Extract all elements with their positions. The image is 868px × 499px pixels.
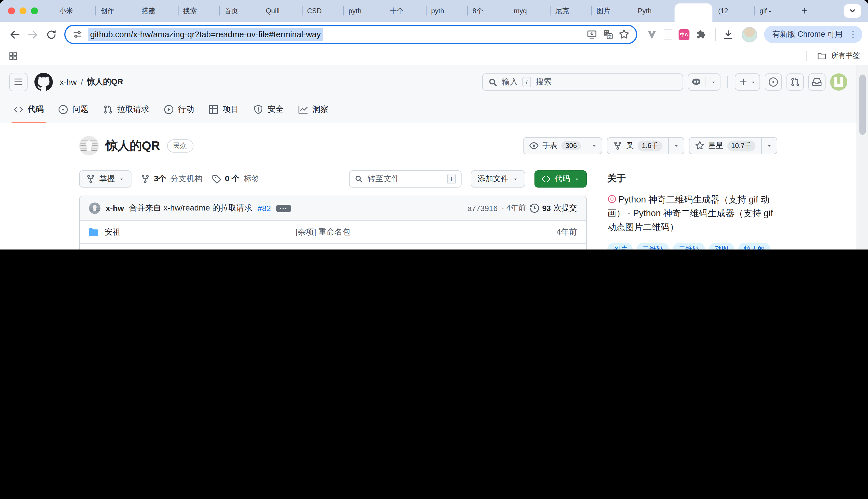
- issues-dashboard-button[interactable]: [765, 73, 782, 90]
- commit-message[interactable]: 合并来自 x-hw/readme 的拉取请求: [129, 203, 252, 214]
- browser-tab[interactable]: 图片: [591, 0, 633, 22]
- back-button[interactable]: [6, 26, 23, 43]
- browser-tab[interactable]: 尼克: [550, 0, 591, 22]
- commit-expand-button[interactable]: ···: [276, 205, 291, 212]
- pull-requests-dashboard-button[interactable]: [786, 73, 804, 90]
- folder-icon: [817, 51, 827, 61]
- breadcrumb-repo[interactable]: 惊人的QR: [87, 77, 123, 87]
- vue-devtools-extension-icon[interactable]: [646, 29, 657, 40]
- commit-author-avatar[interactable]: [89, 203, 100, 214]
- repo-action-button[interactable]: 星星 10.7千: [689, 137, 777, 154]
- translate-extension-icon[interactable]: 中A: [679, 29, 689, 40]
- commit-sha[interactable]: a773916: [467, 204, 497, 212]
- commit-author[interactable]: x-hw: [106, 204, 124, 213]
- repo-nav-tab[interactable]: 问题: [52, 96, 95, 123]
- repo-action-button[interactable]: 手表 306: [523, 137, 602, 154]
- repo-owner-avatar[interactable]: [79, 136, 99, 156]
- repo-action-button[interactable]: 叉 1.6千: [607, 137, 684, 154]
- all-bookmarks-button[interactable]: 所有书签: [806, 51, 860, 61]
- tags-link[interactable]: 0 个 标签: [212, 174, 260, 184]
- close-window-button[interactable]: [8, 8, 15, 14]
- global-nav-menu-button[interactable]: [9, 73, 27, 91]
- file-commit-message[interactable]: [杂项] 重命名包: [296, 227, 524, 237]
- nav-tab-icon: [103, 105, 112, 114]
- install-app-icon[interactable]: [587, 29, 597, 39]
- browser-tab[interactable]: 十个: [385, 0, 426, 22]
- topic-pill[interactable]: 图片: [607, 243, 633, 250]
- code-download-button[interactable]: 代码: [534, 170, 587, 187]
- tab-search-button[interactable]: [844, 4, 861, 18]
- inbox-button[interactable]: [808, 73, 825, 90]
- profile-avatar[interactable]: [742, 27, 757, 42]
- browser-tab[interactable]: 搭建: [136, 0, 178, 22]
- repo-nav-tab[interactable]: 安全: [247, 96, 290, 123]
- repo-nav-tab[interactable]: 拉取请求: [96, 96, 156, 123]
- chevron-down-icon[interactable]: [711, 79, 716, 85]
- repo-nav-tab[interactable]: 代码: [7, 96, 50, 123]
- repo-nav-tab[interactable]: 行动: [157, 96, 201, 123]
- minimize-window-button[interactable]: [20, 8, 26, 14]
- action-dropdown[interactable]: [761, 138, 777, 154]
- browser-tab[interactable]: Pyth: [633, 0, 674, 22]
- apps-grid-icon[interactable]: [8, 51, 19, 61]
- go-to-file-input[interactable]: 转至文件 t: [349, 170, 462, 187]
- browser-tab[interactable]: 小米: [54, 0, 95, 22]
- file-name-cell[interactable]: 安祖: [89, 227, 296, 237]
- zoom-window-button[interactable]: [31, 8, 38, 14]
- browser-tab[interactable]: 创作: [95, 0, 136, 22]
- repo-nav-tab[interactable]: 项目: [202, 96, 246, 123]
- downloads-button[interactable]: [720, 26, 737, 43]
- browser-tab[interactable]: gif -: [754, 0, 796, 22]
- browser-tab[interactable]: (12: [713, 0, 754, 22]
- branches-link[interactable]: 3个 分支机构: [141, 174, 203, 184]
- repo-nav-tab[interactable]: 洞察: [292, 96, 335, 123]
- topic-pill[interactable]: 二维码: [673, 243, 705, 250]
- action-count: 10.7千: [727, 140, 756, 151]
- search-icon: [489, 78, 497, 86]
- scrollbar-thumb[interactable]: [859, 75, 866, 135]
- file-row[interactable]: 安祖 [杂项] 重命名包 4年前: [80, 220, 586, 243]
- extensions-puzzle-icon[interactable]: [696, 29, 707, 40]
- site-settings-icon[interactable]: [72, 29, 83, 39]
- topic-pill[interactable]: 惊人的: [738, 243, 770, 250]
- new-tab-button[interactable]: +: [796, 0, 813, 22]
- browser-tab[interactable]: myq: [509, 0, 550, 22]
- file-row[interactable]: 例子 [chg] 更新自述文件 4年前: [80, 243, 586, 250]
- action-dropdown[interactable]: [668, 138, 683, 154]
- address-bar[interactable]: github.com/x-hw/amazing-qr?tab=readme-ov…: [64, 25, 637, 44]
- commit-pr-link[interactable]: #82: [258, 204, 271, 213]
- history-icon: [530, 204, 539, 213]
- browser-tab[interactable]: 首页: [219, 0, 261, 22]
- url-text[interactable]: github.com/x-hw/amazing-qr?tab=readme-ov…: [88, 28, 323, 41]
- user-avatar[interactable]: [830, 73, 847, 90]
- commit-history-link[interactable]: 93 次提交: [530, 203, 577, 214]
- page-scrollbar[interactable]: [857, 65, 868, 250]
- topic-pill[interactable]: 动图: [709, 243, 734, 250]
- browser-tab[interactable]: CSD: [302, 0, 343, 22]
- action-dropdown[interactable]: [587, 138, 602, 154]
- branch-selector-button[interactable]: 掌握: [79, 170, 131, 187]
- reload-button[interactable]: [43, 26, 60, 43]
- tab-title: 搜索: [183, 6, 214, 16]
- chevron-down-icon: [574, 176, 580, 182]
- topic-pill[interactable]: 二维码: [637, 243, 669, 250]
- browser-tab[interactable]: pyth: [426, 0, 467, 22]
- global-search-input[interactable]: 输入 / 搜索: [482, 73, 683, 90]
- browser-tab[interactable]: [675, 3, 712, 22]
- repo-title[interactable]: 惊人的QR: [106, 138, 160, 154]
- browser-tab[interactable]: 8个: [467, 0, 509, 22]
- chrome-update-chip[interactable]: 有新版 Chrome 可用 ⋮: [764, 26, 862, 43]
- github-logo[interactable]: [34, 73, 53, 91]
- browser-tab[interactable]: 搜索: [178, 0, 219, 22]
- browser-tab[interactable]: pyth: [343, 0, 385, 22]
- page-extension-icon[interactable]: [664, 29, 672, 39]
- translate-page-icon[interactable]: [603, 29, 613, 39]
- copilot-button[interactable]: [688, 73, 721, 90]
- browser-menu-icon[interactable]: ⋮: [847, 29, 859, 39]
- create-new-button[interactable]: [735, 73, 760, 90]
- breadcrumb-owner[interactable]: x-hw: [60, 77, 76, 87]
- forward-button[interactable]: [24, 26, 41, 43]
- add-file-button[interactable]: 添加文件: [471, 170, 525, 187]
- browser-tab[interactable]: Quill: [261, 0, 302, 22]
- bookmark-star-icon[interactable]: [619, 29, 629, 39]
